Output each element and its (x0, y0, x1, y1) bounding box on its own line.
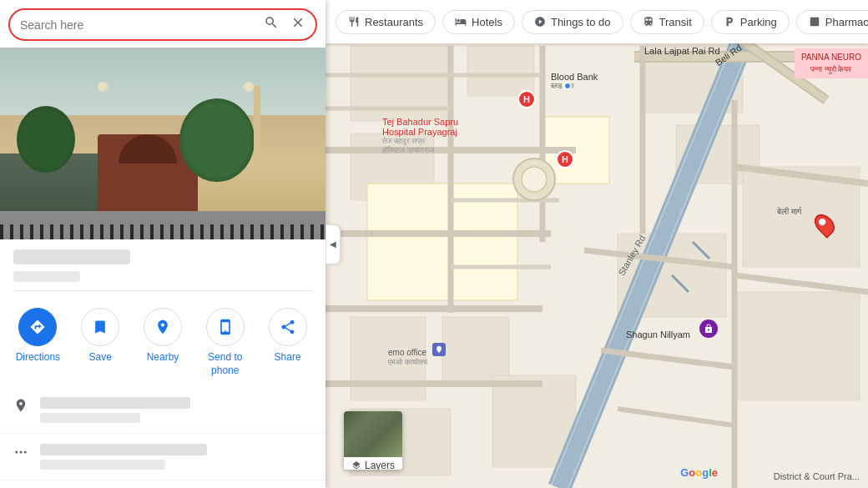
pharmacy-label: Pharmac... (825, 16, 868, 28)
transit-chip[interactable]: Transit (630, 10, 704, 34)
svg-point-2 (24, 451, 27, 454)
google-logo: Google (680, 465, 718, 480)
panna-hindi-text: पन्ना न्यूरो केयर (810, 65, 851, 73)
shagun-marker[interactable] (699, 319, 718, 338)
search-bar (8, 8, 317, 41)
beli-marg-label: बेली मार्ग (777, 207, 801, 217)
panna-label-text: PANNA NEURO (801, 53, 861, 62)
things-to-do-chip[interactable]: Things to do (522, 10, 623, 34)
map-area[interactable]: Restaurants Hotels Things to do Transit … (326, 0, 868, 488)
nearby-label: Nearby (147, 351, 179, 365)
save-label: Save (89, 351, 112, 365)
nearby-button[interactable]: Nearby (138, 308, 188, 377)
location-icon (13, 398, 28, 417)
svg-rect-13 (734, 292, 860, 400)
location-pin[interactable] (816, 213, 833, 236)
transit-label: Transit (659, 16, 692, 28)
action-buttons-row: Directions Save Nearby Send to phone Sha (0, 298, 326, 387)
share-button[interactable]: Share (263, 308, 313, 377)
blood-bank-marker[interactable] (563, 82, 572, 90)
search-input[interactable] (20, 18, 264, 32)
things-to-do-label: Things to do (551, 16, 611, 28)
restaurants-chip[interactable]: Restaurants (336, 10, 436, 34)
directions-button[interactable]: Directions (13, 308, 63, 377)
blood-bank-label: Blood Bank ब्लड बैंक (551, 72, 598, 91)
parking-label: Parking (740, 16, 777, 28)
shagun-label: Shagun Nillyam (626, 330, 690, 340)
edit-row[interactable] (0, 480, 326, 488)
address-text (40, 397, 312, 423)
dots-icon (13, 445, 28, 464)
layers-thumbnail (344, 411, 402, 457)
address-row (0, 387, 326, 434)
map-collapse-tab[interactable]: ◀ (326, 224, 341, 264)
close-icon[interactable] (290, 15, 305, 34)
share-label: Share (275, 351, 301, 365)
directions-label: Directions (16, 351, 60, 365)
mo-office-marker[interactable] (432, 343, 446, 356)
place-sub-skeleton (13, 271, 80, 282)
hospital-marker-1[interactable]: H (517, 90, 536, 108)
district-label: District & Court Pra... (774, 470, 860, 483)
send-to-phone-button[interactable]: Send to phone (200, 308, 250, 377)
map-topbar: Restaurants Hotels Things to do Transit … (326, 0, 868, 43)
panna-hospital-label: PANNA NEURO पन्ना न्यूरो केयर (795, 48, 868, 78)
more-info-text (40, 444, 312, 470)
street-view-photo[interactable] (0, 48, 326, 239)
hospital-label: Tej Bahadur Sapru Hospital Prayagraj तेज… (382, 117, 458, 155)
layers-button[interactable]: Layers (344, 411, 402, 470)
more-info-row (0, 434, 326, 480)
layers-label: Layers (344, 457, 402, 470)
chevron-left-map-icon: ◀ (330, 239, 336, 249)
svg-point-0 (15, 451, 18, 454)
place-name-skeleton (13, 249, 130, 264)
svg-point-19 (522, 167, 547, 192)
hospital-marker-2[interactable]: H (556, 150, 574, 169)
hotels-label: Hotels (472, 16, 502, 28)
save-button[interactable]: Save (75, 308, 125, 377)
svg-rect-10 (442, 317, 509, 384)
svg-rect-5 (467, 46, 534, 96)
restaurants-label: Restaurants (365, 16, 423, 28)
pharmacy-chip[interactable]: Pharmac... (796, 10, 868, 34)
mo-office-label: emo office एमओ कार्यालय (388, 348, 427, 367)
hotels-chip[interactable]: Hotels (442, 10, 515, 34)
search-icon[interactable] (264, 15, 279, 34)
parking-chip[interactable]: Parking (711, 10, 790, 34)
lala-rd-label: Lala Lajpat Rai Rd (644, 46, 720, 56)
left-panel: Directions Save Nearby Send to phone Sha (0, 0, 326, 488)
send-to-phone-label: Send to phone (208, 351, 242, 377)
place-info (0, 239, 326, 298)
svg-point-1 (20, 451, 23, 454)
